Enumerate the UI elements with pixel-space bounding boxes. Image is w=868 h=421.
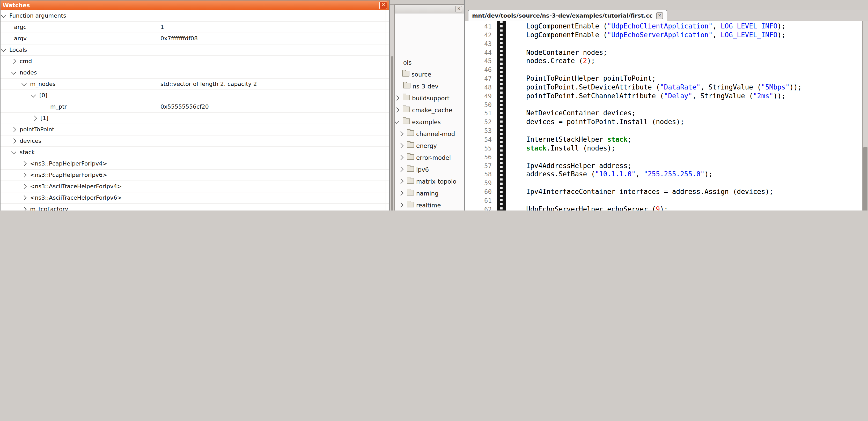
chevron-right-icon[interactable] bbox=[398, 155, 403, 160]
line-number[interactable]: 45 bbox=[465, 57, 494, 66]
chevron-down-icon[interactable] bbox=[11, 149, 16, 154]
code-text: UdpEchoServerHelper echoServer (9); bbox=[494, 205, 668, 210]
tree-item-naming[interactable]: naming bbox=[395, 187, 464, 199]
tree-item-ipv6[interactable]: ipv6 bbox=[395, 163, 464, 175]
scrollbar-thumb[interactable] bbox=[391, 56, 393, 210]
line-number[interactable]: 41 bbox=[465, 22, 494, 31]
tree-item-ols[interactable]: ols bbox=[395, 56, 464, 68]
line-number[interactable]: 59 bbox=[465, 179, 494, 188]
chevron-right-icon[interactable] bbox=[22, 195, 27, 200]
chevron-right-icon[interactable] bbox=[398, 167, 403, 172]
code-text: InternetStackHelper stack; bbox=[494, 135, 631, 144]
chevron-right-icon[interactable] bbox=[398, 191, 403, 196]
chevron-right-icon[interactable] bbox=[398, 179, 403, 184]
line-number[interactable]: 42 bbox=[465, 31, 494, 40]
chevron-right-icon[interactable] bbox=[395, 107, 399, 112]
chevron-down-icon[interactable] bbox=[31, 92, 36, 97]
line-number[interactable]: 49 bbox=[465, 92, 494, 101]
tree-item-error-model[interactable]: error-model bbox=[395, 152, 464, 163]
scrollbar-thumb[interactable] bbox=[863, 147, 867, 210]
tree-item-ns-3-dev[interactable]: ns-3-dev bbox=[395, 80, 464, 92]
line-number[interactable]: 50 bbox=[465, 101, 494, 109]
close-icon[interactable]: ✕ bbox=[379, 2, 387, 9]
editor-vertical-scrollbar[interactable] bbox=[862, 21, 868, 210]
chevron-right-icon[interactable] bbox=[32, 116, 37, 121]
code-line: 50 bbox=[465, 101, 863, 109]
chevron-right-icon[interactable] bbox=[398, 202, 403, 208]
tree-item-source[interactable]: source bbox=[395, 68, 464, 80]
line-number[interactable]: 54 bbox=[465, 135, 494, 144]
watch-row[interactable]: Locals bbox=[1, 44, 389, 56]
watch-row[interactable]: pointToPoint bbox=[1, 124, 389, 135]
watches-titlebar[interactable]: Watches ✕ bbox=[1, 1, 389, 10]
line-number[interactable]: 60 bbox=[465, 188, 494, 197]
chevron-right-icon[interactable] bbox=[22, 184, 27, 189]
watch-row[interactable]: m_nodesstd::vector of length 2, capacity… bbox=[1, 78, 389, 90]
chevron-right-icon[interactable] bbox=[11, 127, 16, 132]
watch-row[interactable]: argc1 bbox=[1, 22, 389, 33]
watch-row[interactable]: devices bbox=[1, 135, 389, 147]
tree-item-realtime[interactable]: realtime bbox=[395, 199, 464, 210]
tree-item-label: ipv6 bbox=[416, 166, 429, 173]
watch-name-cell: Locals bbox=[1, 44, 157, 55]
line-number[interactable]: 56 bbox=[465, 153, 494, 162]
chevron-right-icon[interactable] bbox=[22, 172, 27, 177]
chevron-right-icon[interactable] bbox=[22, 161, 27, 166]
watch-row[interactable]: stack bbox=[1, 147, 389, 158]
line-number[interactable]: 62 bbox=[465, 205, 494, 210]
chevron-right-icon[interactable] bbox=[22, 206, 27, 210]
chevron-down-icon[interactable] bbox=[395, 119, 399, 124]
chevron-right-icon[interactable] bbox=[398, 131, 403, 136]
code-text: LogComponentEnable ("UdpEchoServerApplic… bbox=[494, 31, 785, 40]
watch-row[interactable]: argv0x7fffffffdf08 bbox=[1, 33, 389, 44]
chevron-right-icon[interactable] bbox=[395, 95, 399, 101]
chevron-right-icon[interactable] bbox=[11, 59, 16, 64]
watch-row[interactable]: <ns3::PcapHelperForIpv4> bbox=[1, 158, 389, 170]
watches-vertical-scrollbar[interactable] bbox=[390, 4, 394, 210]
watch-row[interactable]: <ns3::AsciiTraceHelperForIpv4> bbox=[1, 181, 389, 192]
line-number[interactable]: 44 bbox=[465, 48, 494, 57]
chevron-down-icon[interactable] bbox=[1, 46, 6, 52]
watch-row[interactable]: m_ptr0x55555556cf20 bbox=[1, 101, 389, 113]
folder-icon bbox=[407, 190, 414, 195]
watch-row[interactable]: [0] bbox=[1, 90, 389, 101]
code-line: 61 bbox=[465, 197, 863, 205]
watch-row[interactable]: <ns3::PcapHelperForIpv6> bbox=[1, 170, 389, 181]
line-number[interactable]: 61 bbox=[465, 197, 494, 205]
line-number[interactable]: 57 bbox=[465, 162, 494, 170]
tree-item-examples[interactable]: examples bbox=[395, 116, 464, 128]
watch-row[interactable]: <ns3::AsciiTraceHelperForIpv6> bbox=[1, 192, 389, 204]
line-number[interactable]: 48 bbox=[465, 83, 494, 92]
close-icon[interactable]: × bbox=[656, 12, 663, 19]
line-number[interactable]: 46 bbox=[465, 66, 494, 74]
tree-item-channel-mod[interactable]: channel-mod bbox=[395, 128, 464, 140]
chevron-down-icon[interactable] bbox=[11, 69, 16, 74]
line-number[interactable]: 51 bbox=[465, 109, 494, 118]
tree-item-energy[interactable]: energy bbox=[395, 140, 464, 152]
project-tree-titlebar[interactable]: × bbox=[395, 5, 464, 13]
tree-item-content: examples bbox=[403, 118, 441, 125]
tree-item-buildsupport[interactable]: buildsupport bbox=[395, 92, 464, 104]
watch-row[interactable]: Function arguments bbox=[1, 10, 389, 22]
code-area[interactable]: 41 LogComponentEnable ("UdpEchoClientApp… bbox=[465, 21, 863, 210]
watch-row[interactable]: [1] bbox=[1, 113, 389, 124]
chevron-right-icon[interactable] bbox=[398, 143, 403, 148]
chevron-down-icon[interactable] bbox=[1, 12, 6, 18]
chevron-down-icon[interactable] bbox=[22, 81, 27, 86]
close-icon[interactable]: × bbox=[456, 5, 462, 12]
chevron-right-icon[interactable] bbox=[11, 138, 16, 143]
watch-row[interactable]: nodes bbox=[1, 67, 389, 78]
line-number[interactable]: 55 bbox=[465, 144, 494, 153]
tree-item-cmake-cache[interactable]: cmake_cache bbox=[395, 104, 464, 116]
tree-item-matrix-topolo[interactable]: matrix-topolo bbox=[395, 175, 464, 187]
line-number[interactable]: 47 bbox=[465, 74, 494, 83]
watch-row[interactable]: m_tcpFactory bbox=[1, 204, 389, 210]
watch-row[interactable]: cmd bbox=[1, 56, 389, 67]
code-text bbox=[494, 197, 518, 205]
line-number[interactable]: 58 bbox=[465, 170, 494, 179]
line-number[interactable]: 53 bbox=[465, 127, 494, 135]
watch-name: [0] bbox=[39, 92, 48, 99]
editor-tab-first-cc[interactable]: mnt/dev/tools/source/ns-3-dev/examples/t… bbox=[468, 10, 667, 21]
line-number[interactable]: 43 bbox=[465, 39, 494, 48]
line-number[interactable]: 52 bbox=[465, 118, 494, 127]
